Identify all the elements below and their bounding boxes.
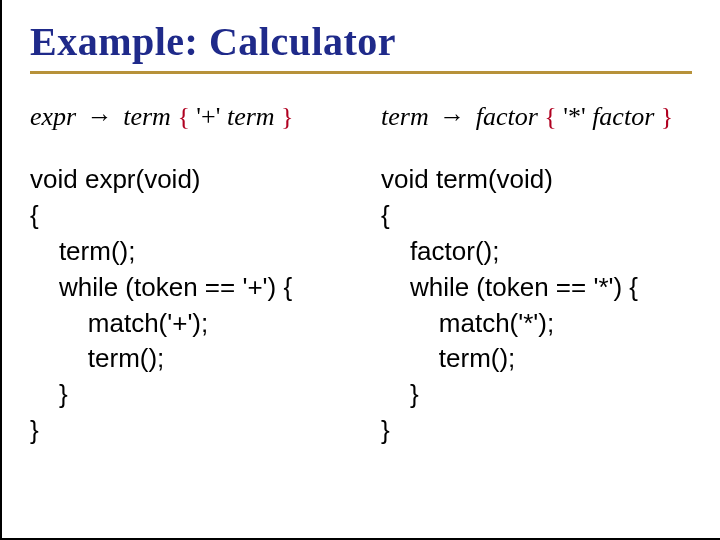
rule-rhs-factor-repeat: factor bbox=[592, 102, 654, 131]
left-column: expr → term { '+' term } void expr(void)… bbox=[30, 102, 341, 449]
arrow-icon: → bbox=[439, 102, 465, 132]
rule-rhs-term: term bbox=[123, 102, 171, 131]
close-brace: } bbox=[661, 102, 673, 131]
rule-rhs-factor: factor bbox=[476, 102, 538, 131]
code-block-term: void term(void) { factor(); while (token… bbox=[381, 162, 692, 449]
code-block-expr: void expr(void) { term(); while (token =… bbox=[30, 162, 341, 449]
rule-lhs: expr bbox=[30, 102, 76, 131]
close-brace: } bbox=[281, 102, 293, 131]
open-brace: { bbox=[544, 102, 556, 131]
rule-literal: '*' bbox=[563, 102, 585, 131]
right-column: term → factor { '*' factor } void term(v… bbox=[381, 102, 692, 449]
rule-rhs-term-repeat: term bbox=[227, 102, 275, 131]
rule-literal: '+' bbox=[196, 102, 220, 131]
grammar-rule-expr: expr → term { '+' term } bbox=[30, 102, 341, 132]
open-brace: { bbox=[177, 102, 189, 131]
slide: Example: Calculator expr → term { '+' te… bbox=[0, 0, 720, 540]
rule-lhs: term bbox=[381, 102, 429, 131]
slide-title: Example: Calculator bbox=[30, 18, 692, 74]
content-area: expr → term { '+' term } void expr(void)… bbox=[30, 102, 692, 449]
arrow-icon: → bbox=[87, 102, 113, 132]
grammar-rule-term: term → factor { '*' factor } bbox=[381, 102, 692, 132]
